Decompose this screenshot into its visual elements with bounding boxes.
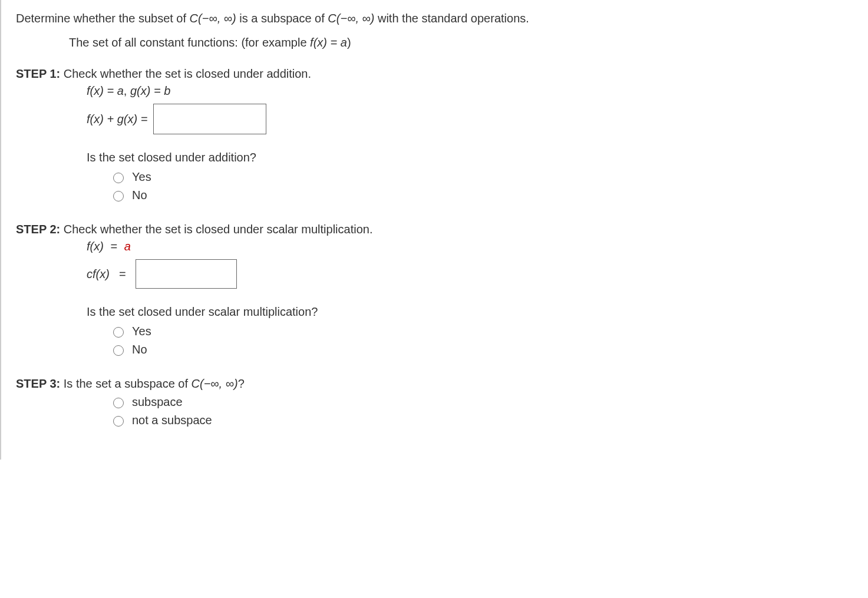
prompt-text: is a subspace of	[236, 12, 328, 25]
step-3-cset: C(−∞, ∞)	[192, 377, 238, 390]
given-f-lhs: f(x)	[87, 240, 104, 253]
step-2-expr-lhs: cf(x)	[87, 267, 110, 281]
step-3-label: STEP 3:	[16, 377, 60, 390]
step-1-radio-group: Yes No	[110, 170, 864, 202]
step-1-radio-yes[interactable]	[113, 173, 124, 183]
step-1-given: f(x) = a, g(x) = b	[87, 84, 864, 98]
equals-sign: =	[107, 240, 121, 253]
step-2-given: f(x) = a	[87, 240, 864, 253]
step-2-subquestion: Is the set closed under scalar multiplic…	[87, 305, 864, 319]
step-2-radio-yes[interactable]	[113, 327, 124, 338]
step-1-label: STEP 1:	[16, 67, 60, 80]
subset-description: The set of all constant functions: (for …	[69, 36, 864, 49]
step-2-answer-input[interactable]	[136, 259, 237, 289]
step-1-body: f(x) = a, g(x) = b f(x) + g(x) = Is the …	[87, 84, 864, 202]
equals-sign: =	[119, 267, 126, 281]
step-2: STEP 2: Check whether the set is closed …	[16, 223, 864, 356]
step-3-radio-not-subspace[interactable]	[113, 416, 124, 427]
question-prompt: Determine whether the subset of C(−∞, ∞)…	[16, 12, 864, 25]
step-2-label: STEP 2:	[16, 223, 60, 236]
step-1: STEP 1: Check whether the set is closed …	[16, 67, 864, 202]
given-sep: ,	[124, 84, 130, 97]
c-set-1: C(−∞, ∞)	[190, 12, 236, 25]
step-3-heading: STEP 3: Is the set a subspace of C(−∞, ∞…	[16, 377, 864, 391]
step-1-option-no-row: No	[110, 189, 864, 202]
step-1-option-yes-row: Yes	[110, 170, 864, 184]
step-2-body: f(x) = a cf(x) = Is the set closed under…	[87, 240, 864, 356]
step-2-expression-row: cf(x) =	[87, 259, 864, 289]
prompt-text: Determine whether the subset of	[16, 12, 190, 25]
step-1-option-no-label: No	[132, 189, 147, 202]
given-f: f(x) = a	[87, 84, 124, 97]
step-3-option-subspace-row: subspace	[110, 395, 864, 409]
step-1-radio-no[interactable]	[113, 191, 124, 201]
step-1-expr-lhs: f(x) + g(x) =	[87, 113, 147, 126]
step-1-answer-input[interactable]	[153, 104, 266, 134]
subset-desc-text: )	[347, 36, 351, 49]
prompt-text: with the standard operations.	[374, 12, 529, 25]
step-2-option-yes-label: Yes	[132, 325, 151, 338]
step-3-option-subspace-label: subspace	[132, 395, 183, 409]
step-1-heading-text: Check whether the set is closed under ad…	[60, 67, 311, 80]
step-2-heading: STEP 2: Check whether the set is closed …	[16, 223, 864, 236]
step-1-expression-row: f(x) + g(x) =	[87, 104, 864, 134]
c-set-2: C(−∞, ∞)	[328, 12, 374, 25]
subset-example: f(x) = a	[310, 36, 347, 49]
step-3: STEP 3: Is the set a subspace of C(−∞, ∞…	[16, 377, 864, 427]
step-3-option-not-subspace-row: not a subspace	[110, 414, 864, 427]
step-2-option-no-label: No	[132, 343, 147, 356]
step-2-radio-no[interactable]	[113, 345, 124, 356]
step-1-subquestion: Is the set closed under addition?	[87, 151, 864, 164]
step-2-heading-text: Check whether the set is closed under sc…	[60, 223, 372, 236]
step-3-heading-suffix: ?	[238, 377, 245, 390]
step-3-option-not-subspace-label: not a subspace	[132, 414, 212, 427]
given-g: g(x) = b	[130, 84, 170, 97]
step-2-option-yes-row: Yes	[110, 325, 864, 338]
step-2-radio-group: Yes No	[110, 325, 864, 356]
step-1-option-yes-label: Yes	[132, 170, 151, 184]
step-3-body: subspace not a subspace	[87, 395, 864, 427]
step-3-radio-subspace[interactable]	[113, 398, 124, 408]
subset-desc-text: The set of all constant functions: (for …	[69, 36, 310, 49]
step-2-option-no-row: No	[110, 343, 864, 356]
question-container: Determine whether the subset of C(−∞, ∞)…	[0, 0, 864, 460]
step-3-radio-group: subspace not a subspace	[110, 395, 864, 427]
step-3-heading-prefix: Is the set a subspace of	[60, 377, 191, 390]
step-1-heading: STEP 1: Check whether the set is closed …	[16, 67, 864, 81]
given-f-rhs: a	[124, 240, 131, 253]
